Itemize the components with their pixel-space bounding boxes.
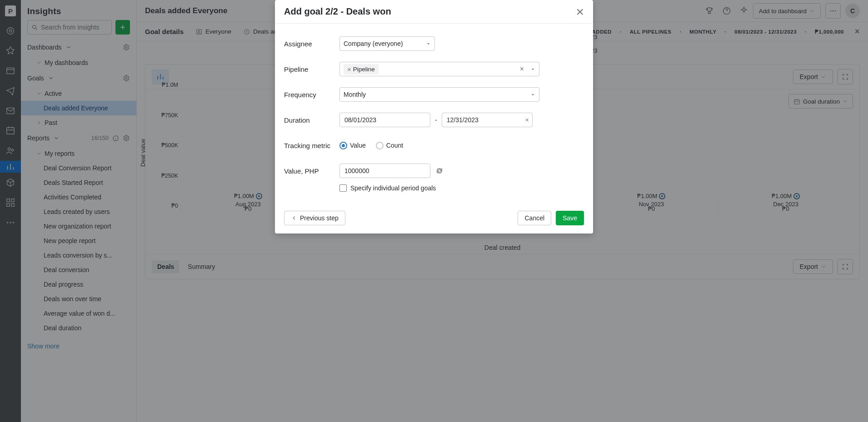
value-label: Value, PHP xyxy=(284,167,334,175)
specify-periods-checkbox[interactable] xyxy=(339,184,347,192)
tracking-value-radio[interactable]: Value xyxy=(339,142,366,149)
previous-step-button[interactable]: Previous step xyxy=(284,211,345,225)
radio-checked-icon xyxy=(339,142,347,149)
refresh-icon[interactable] xyxy=(436,167,443,174)
chip-remove-icon[interactable]: × xyxy=(347,65,351,73)
frequency-label: Frequency xyxy=(284,91,334,99)
value-input[interactable] xyxy=(339,164,430,178)
clear-pipeline-icon[interactable]: × xyxy=(520,65,527,73)
radio-unchecked-icon xyxy=(376,142,384,149)
duration-end-input[interactable] xyxy=(442,113,533,127)
duration-label: Duration xyxy=(284,116,334,124)
clear-end-date-icon[interactable]: × xyxy=(525,116,529,124)
duration-start-input[interactable] xyxy=(339,113,430,127)
tracking-count-radio[interactable]: Count xyxy=(376,142,403,149)
tracking-label: Tracking metric xyxy=(284,142,334,149)
modal-overlay: Add goal 2/2 - Deals won × Assignee Comp… xyxy=(0,0,868,422)
add-goal-modal: Add goal 2/2 - Deals won × Assignee Comp… xyxy=(275,0,593,233)
pipeline-chip[interactable]: × Pipeline xyxy=(344,64,379,74)
caret-down-icon xyxy=(426,41,431,46)
specify-periods-label: Specify individual period goals xyxy=(350,184,436,192)
modal-title: Add goal 2/2 - Deals won xyxy=(284,6,391,17)
frequency-select[interactable]: Monthly xyxy=(339,87,539,102)
caret-down-icon xyxy=(530,92,535,97)
cancel-button[interactable]: Cancel xyxy=(518,211,551,225)
assignee-select[interactable]: Company (everyone) xyxy=(339,36,435,51)
pipeline-select[interactable]: × Pipeline × xyxy=(339,62,539,76)
caret-down-icon xyxy=(530,67,535,72)
save-button[interactable]: Save xyxy=(556,211,584,225)
modal-close-button[interactable]: × xyxy=(576,8,584,15)
dash-separator: - xyxy=(435,116,437,124)
assignee-label: Assignee xyxy=(284,40,334,48)
pipeline-label: Pipeline xyxy=(284,65,334,73)
